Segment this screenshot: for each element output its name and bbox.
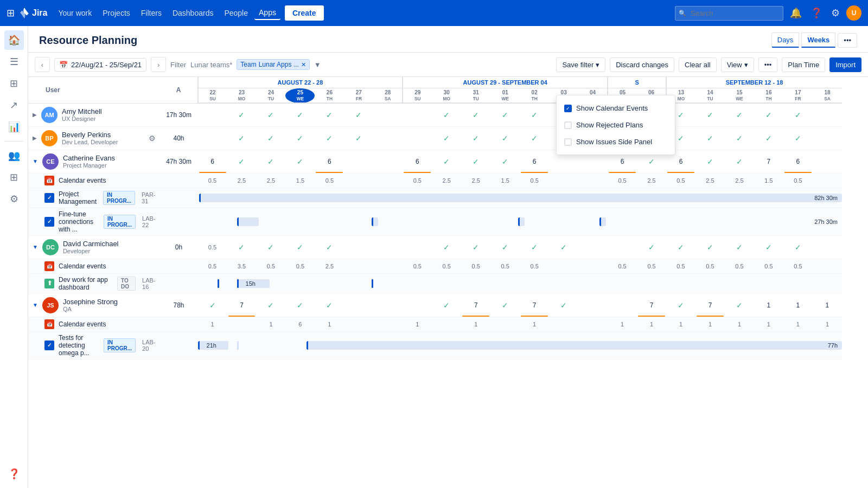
date-range-display[interactable]: 📅 22/Aug/21 - 25/Sep/21	[54, 58, 146, 72]
sidebar-roadmap-icon[interactable]: ↗	[4, 95, 24, 115]
d29: 29SU	[403, 88, 432, 104]
dc-dav-16: ✓	[754, 235, 783, 259]
show-issues-checkbox[interactable]	[564, 138, 572, 146]
sidebar-backlog-icon[interactable]: ☰	[4, 52, 24, 72]
show-issues-panel-item[interactable]: Show Issues Side Panel	[557, 133, 675, 150]
next-btn[interactable]: ›	[151, 57, 166, 72]
create-button[interactable]: Create	[285, 5, 324, 21]
dc-dav-28	[373, 235, 403, 259]
dc-bev-01: ✓	[490, 126, 520, 150]
clear-all-btn[interactable]: Clear all	[679, 57, 717, 72]
filters-nav[interactable]: Filters	[137, 7, 166, 20]
dc-amy-26: ✓	[315, 103, 344, 126]
show-rejected-plans-item[interactable]: Show Rejected Plans	[557, 117, 675, 133]
sub-cell-jos-tests: ✓ Tests for detecting omega p... IN PROG…	[28, 331, 160, 359]
page-title-bar: Resource Planning Days Weeks •••	[28, 26, 868, 53]
expand-beverly[interactable]: ▶	[33, 135, 37, 141]
pm-badge-cat: IN PROGR...	[103, 191, 135, 205]
expand-catherine[interactable]: ▼	[33, 158, 38, 164]
sidebar-home-icon[interactable]: 🏠	[4, 30, 24, 50]
dc-amy-27: ✓	[344, 103, 373, 126]
dc-bev-31: ✓	[461, 126, 490, 150]
dc-amy-31: ✓	[461, 103, 490, 126]
user-role-david: Developer	[63, 248, 119, 254]
planning-grid[interactable]: User A AUGUST 22 - 28 AUGUST 29 - SEPTEM…	[28, 77, 868, 359]
settings-icon[interactable]: ⚙	[829, 5, 842, 21]
dc-jos-28	[373, 293, 403, 317]
dc-cat-22: 6	[198, 150, 227, 173]
view-btn[interactable]: View ▾	[721, 57, 754, 72]
team-filter-tag[interactable]: Team Lunar Apps ... ✕	[237, 59, 309, 70]
show-calendar-checkbox[interactable]	[564, 105, 572, 112]
show-calendar-events-item[interactable]: Show Calendar Events	[557, 100, 675, 117]
filter-icon[interactable]: ▼	[314, 61, 321, 69]
show-rejected-checkbox[interactable]	[564, 121, 572, 129]
save-filter-btn[interactable]: Save filter ▾	[556, 57, 605, 72]
dc-amy-30: ✓	[432, 103, 461, 126]
people-nav[interactable]: People	[220, 7, 252, 20]
table-row: ▶ AM Amy Mitchell UX Designer 17h 30m ✓ …	[28, 103, 842, 126]
sub-row-dav-devwork: ⬆ Dev work for app dashboard TO DO LAB-1…	[28, 273, 842, 293]
d27: 27FR	[344, 88, 373, 104]
sidebar-separator	[4, 141, 24, 142]
jira-logo[interactable]: Jira	[19, 8, 47, 18]
dc-jos-25: ✓	[285, 293, 315, 317]
user-info-amy: Amy Mitchell UX Designer	[62, 107, 102, 122]
more-btn[interactable]: •••	[758, 57, 778, 72]
plan-time-btn[interactable]: Plan Time	[782, 57, 825, 72]
sidebar-board-icon[interactable]: ⊞	[4, 74, 24, 93]
projects-nav[interactable]: Projects	[98, 7, 135, 20]
help-icon[interactable]: ❓	[808, 5, 825, 21]
dc-bev-15: ✓	[725, 126, 754, 150]
apps-nav[interactable]: Apps	[254, 6, 280, 20]
avatar-amy: AM	[41, 107, 58, 123]
user-info-josephine: Josephine Strong QA	[63, 298, 118, 312]
expand-david[interactable]: ▼	[33, 244, 38, 250]
pm-bar-cell: 82h 30m	[198, 188, 842, 208]
dc-cat-29: 6	[403, 150, 432, 173]
alloc-david: 0h	[160, 235, 198, 259]
sub-cell-cat-calendar: 📅 Calendar events	[28, 173, 160, 188]
sidebar-reports-icon[interactable]: 📊	[4, 117, 24, 137]
sidebar-settings-icon[interactable]: ⚙	[4, 189, 24, 209]
pm-id-cat: PAR-31	[142, 191, 155, 204]
dc-bev-25: ✓	[285, 126, 315, 150]
dc-amy-25: ✓	[285, 103, 315, 126]
team-filter-close[interactable]: ✕	[301, 61, 306, 68]
sidebar-apps-icon[interactable]: ⊞	[4, 168, 24, 187]
notifications-icon[interactable]: 🔔	[788, 5, 804, 21]
prev-btn[interactable]: ‹	[35, 57, 50, 72]
d15: 15WE	[725, 88, 754, 104]
user-cell-amy: ▶ AM Amy Mitchell UX Designer	[28, 103, 160, 126]
more-options-btn[interactable]: •••	[838, 33, 857, 48]
user-avatar[interactable]: U	[846, 5, 861, 21]
user-role-beverly: Dev Lead, Developer	[62, 139, 118, 145]
weeks-btn[interactable]: Weeks	[801, 33, 835, 48]
team-filter-label: Team	[240, 61, 256, 68]
expand-josephine[interactable]: ▼	[33, 302, 38, 308]
import-btn[interactable]: Import	[829, 57, 861, 72]
grid-icon[interactable]: ⊞	[7, 7, 15, 19]
dc-bev-29	[403, 126, 432, 150]
settings-badge-beverly: ⚙	[149, 134, 156, 143]
dc-jos-15: ✓	[725, 293, 754, 317]
dc-bev-26: ✓	[315, 126, 344, 150]
sub-row-jos-calendar: 📅 Calendar events 1 1 6 1 1 1	[28, 317, 842, 331]
dc-jos-29	[403, 293, 432, 317]
dashboards-nav[interactable]: Dashboards	[168, 7, 218, 20]
sub-row-cat-finetune: ✓ Fine-tune connections with ... IN PROG…	[28, 208, 842, 235]
view-dropdown: Show Calendar Events Show Rejected Plans…	[556, 95, 675, 155]
toolbar: ‹ 📅 22/Aug/21 - 25/Sep/21 › Filter Lunar…	[28, 53, 868, 77]
your-work-nav[interactable]: Your work	[54, 7, 96, 20]
sidebar-people-icon[interactable]: 👥	[4, 146, 24, 165]
user-info-david: David Carmichael Developer	[63, 240, 119, 254]
discard-changes-btn[interactable]: Discard changes	[610, 57, 674, 72]
user-name-catherine: Catherine Evans	[63, 154, 115, 162]
expand-amy[interactable]: ▶	[33, 112, 37, 118]
sidebar-help-icon[interactable]: ❓	[4, 464, 24, 484]
table-row: ▼ DC David Carmichael Developer 0h 0.5 ✓…	[28, 235, 842, 259]
table-row: ▼ JS Josephine Strong QA 78h ✓ 7 ✓ ✓ ✓	[28, 293, 842, 317]
aug22-28-header: AUGUST 22 - 28	[198, 77, 403, 88]
days-btn[interactable]: Days	[771, 33, 800, 48]
search-input[interactable]	[675, 6, 783, 21]
